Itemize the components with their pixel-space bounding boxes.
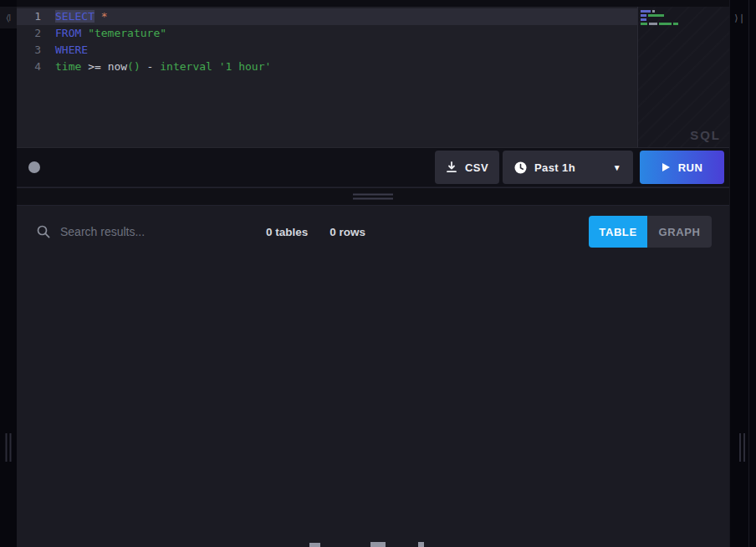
line-number: 2 [17,25,49,42]
results-empty-area [17,258,729,547]
code-area[interactable]: 1 SELECT * 2 FROM "temerature" 3 WHERE 4… [17,7,638,147]
tab-graph[interactable]: GRAPH [647,216,712,248]
sql-editor[interactable]: 1 SELECT * 2 FROM "temerature" 3 WHERE 4… [17,0,729,148]
results-header: 0 tables 0 rows TABLE GRAPH [17,206,729,258]
collapse-left-icon[interactable]: 〈❘ [0,7,17,28]
search-icon [37,225,50,238]
line-number: 1 [17,8,49,25]
editor-minimap[interactable]: SQL [638,7,729,147]
query-toolbar: CSV Past 1h ▼ RUN [17,148,729,187]
tab-table[interactable]: TABLE [589,216,647,248]
sql-string: "temerature" [88,27,166,39]
sql-keyword: SELECT [55,10,94,23]
code-line[interactable]: 3 WHERE [17,42,637,59]
rail-divider-line [748,0,749,547]
line-number: 3 [17,42,49,59]
csv-button[interactable]: CSV [435,151,499,184]
sql-keyword: FROM [55,27,81,39]
tables-count: 0 tables [266,226,308,238]
language-label: SQL [690,128,721,142]
sql-star: * [101,10,108,23]
download-icon [446,161,457,173]
pane-resize-handle[interactable] [17,187,729,206]
left-drag-handle[interactable] [6,433,12,462]
time-range-dropdown[interactable]: Past 1h ▼ [503,151,633,184]
resize-grip-icon [353,194,393,200]
sql-string: '1 hour' [219,60,272,73]
app-window: 〈❘ document.querySelector('.rail.left .r… [0,0,756,547]
run-button[interactable]: RUN [640,151,724,184]
clipped-text-fragment [418,542,424,547]
right-rail: ⟩❘ [729,0,756,547]
line-number: 4 [17,59,49,75]
search-results-input[interactable] [60,225,227,238]
play-icon [662,162,671,172]
minimap-code-preview [641,10,678,25]
main-panel: 1 SELECT * 2 FROM "temerature" 3 WHERE 4… [17,0,729,547]
view-toggle: TABLE GRAPH [589,216,712,248]
code-line[interactable]: 2 FROM "temerature" [17,25,637,42]
clipped-text-fragment [309,543,320,547]
rows-count: 0 rows [329,226,365,238]
expand-right-icon[interactable]: ⟩❘ [732,7,748,28]
sql-identifier: time [55,60,81,73]
code-line[interactable]: 1 SELECT * [17,8,637,25]
editor-top-strip [17,0,729,7]
code-line[interactable]: 4 time >= now() - interval '1 hour' [17,59,637,75]
results-panel: 0 tables 0 rows TABLE GRAPH [17,206,729,547]
status-dot[interactable] [28,161,40,173]
chevron-down-icon: ▼ [613,163,621,172]
clock-icon [514,161,527,174]
sql-keyword: WHERE [55,43,88,56]
result-counts: 0 tables 0 rows [266,226,365,238]
left-rail: 〈❘ [0,0,17,547]
clipped-text-fragment [370,542,386,547]
right-drag-handle[interactable] [739,433,745,462]
search-results-box[interactable] [37,225,246,238]
